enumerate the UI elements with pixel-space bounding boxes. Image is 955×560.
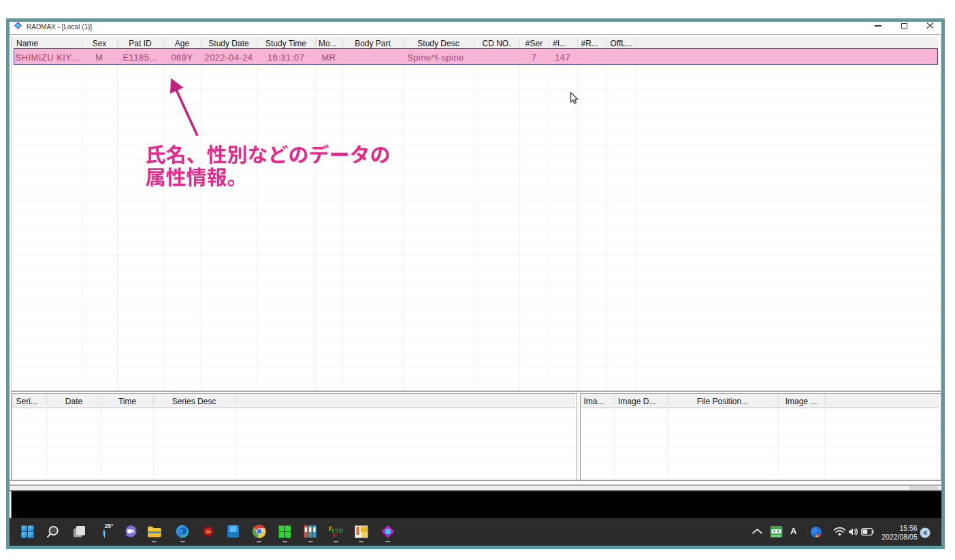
svg-text:64: 64 [206,529,211,534]
svg-text:4: 4 [923,529,927,536]
svg-text:F: F [333,532,337,539]
